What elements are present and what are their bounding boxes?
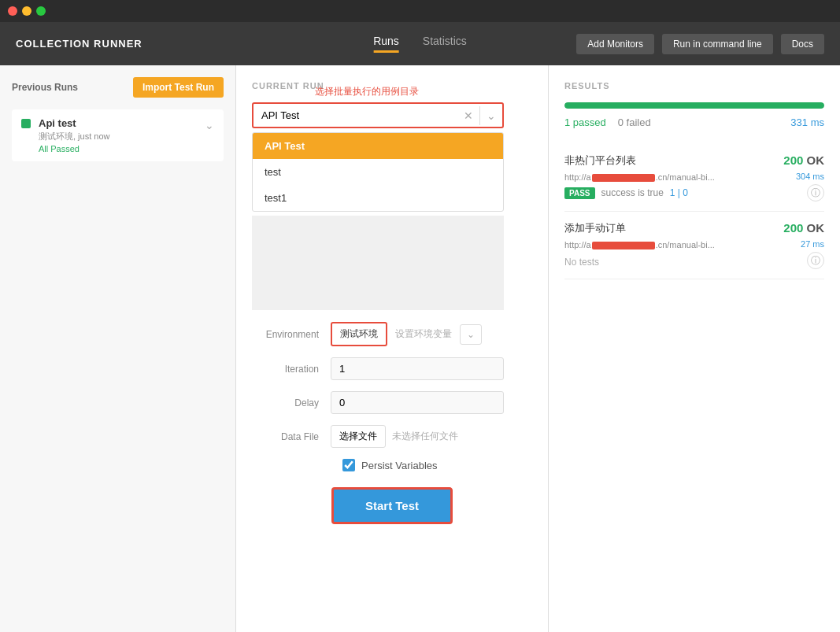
result-item-1-tests: No tests ⓘ (564, 252, 824, 269)
env-tag: 测试环境 (331, 322, 387, 346)
info-button-1[interactable]: ⓘ (807, 252, 824, 269)
start-test-button[interactable]: Start Test (331, 487, 453, 524)
dropdown-item-api-test[interactable]: API Test (253, 133, 503, 159)
maximize-button[interactable] (36, 6, 46, 16)
result-item-0-time: 304 ms (796, 172, 824, 181)
results-panel: RESULTS 1 passed 0 failed 331 ms 非热门平台列表… (549, 65, 840, 632)
persist-variables-label: Persist Variables (361, 460, 438, 471)
env-chevron-button[interactable]: ⌄ (460, 324, 482, 345)
run-item[interactable]: Api test 测试环境, just now All Passed ⌄ (12, 109, 224, 161)
sidebar: Previous Runs Import Test Run Api test 测… (0, 65, 236, 632)
result-item-1-header: 添加手动订单 200 OK (564, 221, 824, 235)
result-item-0-header: 非热门平台列表 200 OK (564, 153, 824, 168)
stat-failed: 0 failed (618, 116, 651, 128)
pass-badge-0: PASS (564, 187, 595, 199)
app-title: COLLECTION RUNNER (16, 38, 142, 50)
stats-row: 1 passed 0 failed 331 ms (564, 116, 824, 128)
delay-input[interactable] (331, 391, 504, 414)
result-item-0-status: 200 OK (783, 153, 824, 167)
data-file-row: Data File 选择文件 未选择任何文件 (252, 425, 532, 448)
collection-selector: 选择批量执行的用例目录 ✕ ⌄ (252, 102, 532, 128)
delay-row: Delay (252, 391, 532, 414)
header-tabs: Runs Statistics (373, 35, 467, 53)
docs-button[interactable]: Docs (781, 34, 824, 54)
result-item-1-time: 27 ms (801, 239, 824, 249)
persist-variables-row: Persist Variables (252, 459, 532, 471)
close-button[interactable] (8, 6, 17, 16)
dropdown-item-test1[interactable]: test1 (253, 185, 503, 211)
dropdown-item-test[interactable]: test (253, 159, 503, 185)
delay-label: Delay (252, 397, 331, 408)
header: COLLECTION RUNNER Runs Statistics Add Mo… (0, 22, 840, 65)
result-item-0-title: 非热门平台列表 (564, 153, 636, 168)
run-item-subtitle: 测试环境, just now (39, 131, 197, 142)
choose-file-button[interactable]: 选择文件 (331, 425, 386, 448)
iteration-label: Iteration (252, 364, 331, 375)
result-item-1: 添加手动订单 200 OK http://a.cn/manual-bi... 2… (564, 212, 824, 279)
environment-row: Environment 测试环境 设置环境变量 ⌄ (252, 322, 532, 346)
result-item-0-tests: PASS success is true 1 | 0 ⓘ (564, 184, 824, 201)
content-area: CURRENT RUN 选择批量执行的用例目录 ✕ ⌄ API Test tes… (236, 65, 840, 632)
stat-time: 331 ms (790, 116, 824, 128)
run-item-name: Api test (39, 117, 197, 129)
collection-chevron-button[interactable]: ⌄ (479, 106, 502, 125)
sidebar-header: Previous Runs Import Test Run (12, 77, 224, 98)
start-test-row: Start Test (252, 487, 532, 524)
test-counts-0: 1 | 0 (670, 187, 688, 198)
env-set-button[interactable]: 设置环境变量 (387, 323, 460, 345)
minimize-button[interactable] (22, 6, 31, 16)
result-item-0-status-code: 200 OK (783, 153, 824, 167)
traffic-lights (8, 6, 46, 16)
no-file-hint: 未选择任何文件 (392, 430, 458, 443)
dropdown-empty-area (252, 216, 504, 310)
environment-label: Environment (252, 329, 331, 340)
result-item-1-status: 200 OK (783, 221, 824, 235)
stat-passed: 1 passed (564, 116, 606, 128)
current-run-panel: CURRENT RUN 选择批量执行的用例目录 ✕ ⌄ API Test tes… (236, 65, 549, 632)
result-item-1-status-code: 200 OK (783, 221, 824, 235)
sidebar-title: Previous Runs (12, 82, 78, 93)
info-button-0[interactable]: ⓘ (807, 184, 824, 201)
header-actions: Add Monitors Run in command line Docs (576, 34, 824, 54)
tab-runs[interactable]: Runs (373, 35, 399, 53)
redacted-url-0 (592, 174, 655, 182)
progress-bar-fill (564, 102, 824, 109)
env-selector: 测试环境 设置环境变量 ⌄ (331, 322, 532, 346)
run-item-status: All Passed (39, 144, 197, 153)
run-item-chevron-icon[interactable]: ⌄ (205, 119, 214, 131)
collection-dropdown: API Test test test1 (252, 132, 504, 212)
run-item-content: Api test 测试环境, just now All Passed (39, 117, 197, 153)
import-test-run-button[interactable]: Import Test Run (133, 77, 224, 98)
persist-variables-checkbox[interactable] (342, 459, 355, 471)
redacted-url-1 (592, 242, 655, 249)
iteration-row: Iteration (252, 357, 532, 380)
run-status-indicator (21, 119, 31, 128)
add-monitors-button[interactable]: Add Monitors (576, 34, 654, 54)
data-file-label: Data File (252, 431, 331, 442)
collection-input[interactable] (253, 104, 457, 127)
results-title: RESULTS (564, 81, 824, 91)
titlebar (0, 0, 840, 22)
progress-bar-container (564, 102, 824, 109)
tab-statistics[interactable]: Statistics (423, 35, 467, 53)
main-layout: Previous Runs Import Test Run Api test 测… (0, 65, 840, 632)
test-label-0: success is true (601, 187, 664, 198)
iteration-input[interactable] (331, 357, 504, 380)
collection-input-row: ✕ ⌄ (252, 102, 504, 128)
collection-hint: 选择批量执行的用例目录 (315, 85, 419, 98)
no-tests-label-1: No tests (564, 257, 599, 268)
run-command-line-button[interactable]: Run in command line (662, 34, 773, 54)
result-item-0: 非热门平台列表 200 OK http://a.cn/manual-bi... … (564, 144, 824, 212)
collection-close-button[interactable]: ✕ (457, 106, 479, 125)
result-item-1-title: 添加手动订单 (564, 221, 626, 235)
